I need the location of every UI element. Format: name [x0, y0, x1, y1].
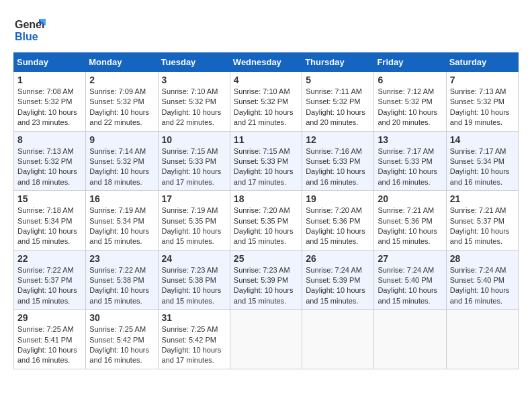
sunset-label: Sunset: 5:36 PM	[378, 217, 432, 225]
sunrise-label: Sunrise: 7:18 AM	[17, 206, 74, 214]
sunset-label: Sunset: 5:32 PM	[234, 97, 288, 105]
sunrise-label: Sunrise: 7:15 AM	[234, 147, 290, 155]
header-tuesday: Tuesday	[158, 53, 230, 72]
day-number: 26	[306, 253, 370, 264]
calendar-cell: 1 Sunrise: 7:08 AM Sunset: 5:32 PM Dayli…	[14, 72, 86, 132]
sunset-label: Sunset: 5:33 PM	[234, 157, 288, 165]
day-number: 8	[17, 134, 82, 145]
svg-text:Blue: Blue	[15, 31, 38, 42]
sunrise-label: Sunrise: 7:14 AM	[89, 147, 146, 155]
daylight-minutes: and 16 minutes.	[450, 178, 502, 186]
day-number: 16	[89, 193, 154, 204]
daylight-label: Daylight: 10 hours	[162, 346, 222, 354]
calendar-cell: 24 Sunrise: 7:23 AM Sunset: 5:38 PM Dayl…	[158, 250, 230, 310]
daylight-label: Daylight: 10 hours	[378, 108, 437, 116]
calendar-cell: 2 Sunrise: 7:09 AM Sunset: 5:32 PM Dayli…	[86, 72, 158, 132]
calendar-cell: 4 Sunrise: 7:10 AM Sunset: 5:32 PM Dayli…	[230, 72, 302, 132]
sunset-label: Sunset: 5:35 PM	[234, 217, 288, 225]
day-number: 22	[17, 253, 82, 264]
day-number: 9	[89, 134, 154, 145]
daylight-label: Daylight: 10 hours	[306, 108, 365, 116]
day-number: 29	[17, 312, 82, 323]
daylight-label: Daylight: 10 hours	[89, 227, 149, 235]
calendar-cell: 7 Sunrise: 7:13 AM Sunset: 5:32 PM Dayli…	[446, 72, 518, 132]
header-friday: Friday	[374, 53, 446, 72]
sunset-label: Sunset: 5:42 PM	[89, 336, 144, 344]
day-number: 30	[89, 312, 154, 323]
day-number: 28	[450, 253, 515, 264]
day-info: Sunrise: 7:17 AM Sunset: 5:34 PM Dayligh…	[450, 146, 515, 188]
daylight-label: Daylight: 10 hours	[17, 286, 77, 294]
day-info: Sunrise: 7:24 AM Sunset: 5:39 PM Dayligh…	[306, 265, 370, 307]
calendar-cell: 12 Sunrise: 7:16 AM Sunset: 5:33 PM Dayl…	[302, 131, 374, 191]
calendar-week-row: 29 Sunrise: 7:25 AM Sunset: 5:41 PM Dayl…	[14, 310, 519, 369]
day-info: Sunrise: 7:19 AM Sunset: 5:35 PM Dayligh…	[162, 205, 226, 247]
daylight-label: Daylight: 10 hours	[378, 227, 437, 235]
daylight-minutes: and 15 minutes.	[89, 237, 142, 245]
day-info: Sunrise: 7:14 AM Sunset: 5:32 PM Dayligh…	[89, 146, 154, 188]
sunrise-label: Sunrise: 7:10 AM	[234, 87, 290, 95]
calendar-cell: 5 Sunrise: 7:11 AM Sunset: 5:32 PM Dayli…	[302, 72, 374, 132]
sunset-label: Sunset: 5:32 PM	[17, 97, 72, 105]
sunrise-label: Sunrise: 7:17 AM	[378, 147, 434, 155]
sunrise-label: Sunrise: 7:11 AM	[306, 87, 362, 95]
daylight-label: Daylight: 10 hours	[306, 167, 365, 175]
sunrise-label: Sunrise: 7:08 AM	[17, 87, 74, 95]
day-info: Sunrise: 7:15 AM Sunset: 5:33 PM Dayligh…	[234, 146, 298, 188]
calendar-header-row: SundayMondayTuesdayWednesdayThursdayFrid…	[14, 53, 519, 72]
calendar-cell: 27 Sunrise: 7:24 AM Sunset: 5:40 PM Dayl…	[374, 250, 446, 310]
day-number: 2	[89, 75, 154, 85]
sunset-label: Sunset: 5:33 PM	[378, 157, 432, 165]
day-info: Sunrise: 7:21 AM Sunset: 5:36 PM Dayligh…	[378, 205, 442, 247]
day-info: Sunrise: 7:23 AM Sunset: 5:39 PM Dayligh…	[234, 265, 298, 307]
day-info: Sunrise: 7:09 AM Sunset: 5:32 PM Dayligh…	[89, 87, 154, 128]
sunrise-label: Sunrise: 7:21 AM	[450, 206, 506, 214]
calendar-cell: 11 Sunrise: 7:15 AM Sunset: 5:33 PM Dayl…	[230, 131, 302, 191]
day-number: 23	[89, 253, 154, 264]
daylight-minutes: and 15 minutes.	[378, 297, 430, 305]
daylight-minutes: and 15 minutes.	[378, 237, 430, 245]
daylight-minutes: and 17 minutes.	[162, 356, 214, 364]
daylight-minutes: and 15 minutes.	[450, 237, 502, 245]
day-number: 13	[378, 134, 442, 145]
sunset-label: Sunset: 5:32 PM	[17, 157, 72, 165]
daylight-minutes: and 23 minutes.	[17, 118, 70, 126]
calendar-cell: 14 Sunrise: 7:17 AM Sunset: 5:34 PM Dayl…	[446, 131, 518, 191]
day-number: 18	[234, 193, 298, 204]
day-info: Sunrise: 7:13 AM Sunset: 5:32 PM Dayligh…	[450, 87, 515, 128]
day-info: Sunrise: 7:08 AM Sunset: 5:32 PM Dayligh…	[17, 87, 82, 128]
sunset-label: Sunset: 5:36 PM	[306, 217, 360, 225]
calendar-cell: 8 Sunrise: 7:13 AM Sunset: 5:32 PM Dayli…	[14, 131, 86, 191]
calendar-cell: 13 Sunrise: 7:17 AM Sunset: 5:33 PM Dayl…	[374, 131, 446, 191]
daylight-label: Daylight: 10 hours	[450, 286, 510, 294]
daylight-label: Daylight: 10 hours	[89, 346, 149, 354]
daylight-minutes: and 15 minutes.	[234, 237, 286, 245]
day-number: 5	[306, 75, 370, 85]
daylight-label: Daylight: 10 hours	[89, 167, 149, 175]
day-info: Sunrise: 7:10 AM Sunset: 5:32 PM Dayligh…	[162, 87, 226, 128]
sunrise-label: Sunrise: 7:13 AM	[450, 87, 506, 95]
day-info: Sunrise: 7:13 AM Sunset: 5:32 PM Dayligh…	[17, 146, 82, 188]
daylight-label: Daylight: 10 hours	[234, 108, 294, 116]
logo: General Blue	[13, 13, 48, 46]
daylight-label: Daylight: 10 hours	[234, 167, 294, 175]
day-info: Sunrise: 7:25 AM Sunset: 5:42 PM Dayligh…	[89, 324, 154, 366]
day-number: 27	[378, 253, 442, 264]
day-number: 25	[234, 253, 298, 264]
calendar-week-row: 1 Sunrise: 7:08 AM Sunset: 5:32 PM Dayli…	[14, 72, 519, 132]
calendar-cell: 17 Sunrise: 7:19 AM Sunset: 5:35 PM Dayl…	[158, 191, 230, 250]
daylight-minutes: and 16 minutes.	[17, 356, 70, 364]
sunset-label: Sunset: 5:42 PM	[162, 336, 216, 344]
daylight-minutes: and 16 minutes.	[450, 297, 502, 305]
day-info: Sunrise: 7:12 AM Sunset: 5:32 PM Dayligh…	[378, 87, 442, 128]
calendar-cell: 20 Sunrise: 7:21 AM Sunset: 5:36 PM Dayl…	[374, 191, 446, 250]
daylight-minutes: and 15 minutes.	[162, 237, 214, 245]
day-info: Sunrise: 7:22 AM Sunset: 5:37 PM Dayligh…	[17, 265, 82, 307]
calendar-cell: 6 Sunrise: 7:12 AM Sunset: 5:32 PM Dayli…	[374, 72, 446, 132]
calendar-cell: 21 Sunrise: 7:21 AM Sunset: 5:37 PM Dayl…	[446, 191, 518, 250]
page-header: General Blue	[13, 13, 519, 46]
sunset-label: Sunset: 5:34 PM	[89, 217, 144, 225]
sunrise-label: Sunrise: 7:19 AM	[89, 206, 146, 214]
day-number: 4	[234, 75, 298, 85]
daylight-minutes: and 16 minutes.	[306, 178, 358, 186]
